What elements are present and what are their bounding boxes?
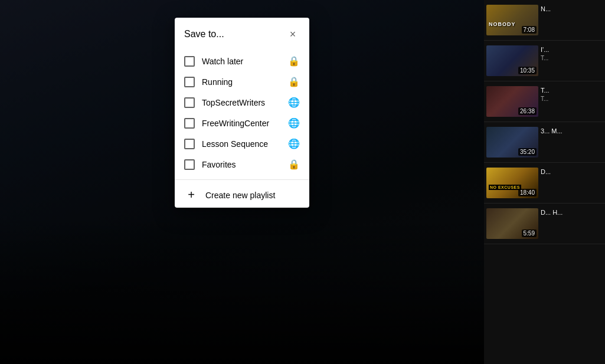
modal-playlist-list: Watch later 🔒 Running 🔒 TopSecretWriters… [175, 48, 309, 177]
checkbox-topsecretwriters[interactable] [184, 97, 195, 108]
duration-nobody: 7:08 [522, 26, 537, 34]
sidebar-channel-tv1: T... [541, 55, 600, 61]
playlist-label-watch-later: Watch later [202, 57, 281, 66]
duration-tv1: 10:35 [518, 67, 537, 74]
sidebar-thumb-tv2: 26:38 [486, 86, 538, 117]
create-new-label: Create new playlist [205, 191, 275, 200]
sidebar-video-tv3[interactable]: 35:20 3... M... [484, 122, 605, 163]
duration-movie: 5:59 [522, 229, 537, 237]
sidebar-video-noexcuses[interactable]: NO EXCUSES 18:40 D... [484, 163, 605, 204]
sidebar-info-noexcuses: D... [538, 168, 603, 176]
playlist-label-lesson-sequence: Lesson Sequence [202, 139, 281, 149]
playlist-item-topsecretwriters[interactable]: TopSecretWriters 🌐 [175, 92, 309, 113]
sidebar-title-tv3: 3... M... [541, 127, 600, 135]
duration-tv2: 26:38 [518, 107, 537, 115]
create-new-playlist-button[interactable]: + Create new playlist [175, 182, 309, 208]
playlist-item-lesson-sequence[interactable]: Lesson Sequence 🌐 [175, 133, 309, 154]
checkbox-lesson-sequence[interactable] [184, 139, 195, 149]
checkbox-favorites[interactable] [184, 159, 195, 170]
plus-icon: + [184, 188, 198, 202]
sidebar-thumb-noexcuses: NO EXCUSES 18:40 [486, 168, 538, 198]
playlist-item-favorites[interactable]: Favorites 🔒 [175, 154, 309, 175]
playlist-label-running: Running [202, 77, 281, 87]
duration-noexcuses: 18:40 [518, 189, 537, 196]
checkbox-watch-later[interactable] [184, 56, 195, 67]
playlist-item-freewritingcenter[interactable]: FreeWritingCenter 🌐 [175, 113, 309, 133]
playlist-label-freewritingcenter: FreeWritingCenter [202, 119, 281, 128]
nobody-text: NOBODY [489, 21, 516, 27]
sidebar-title-tv1: I'... [541, 45, 600, 54]
lock-icon-watch-later: 🔒 [288, 55, 300, 67]
sidebar-info-movie: D... H... [538, 208, 603, 217]
modal-backdrop: Save to... × Watch later 🔒 Running 🔒 Top… [0, 0, 484, 364]
sidebar-thumb-tv3: 35:20 [486, 127, 538, 158]
sidebar-video-tv1[interactable]: 10:35 I'... T... [484, 41, 605, 81]
modal-close-button[interactable]: × [286, 27, 300, 41]
playlist-item-running[interactable]: Running 🔒 [175, 71, 309, 92]
checkbox-running[interactable] [184, 77, 195, 87]
sidebar-info-nobody: N... [538, 5, 603, 13]
noexcuses-text: NO EXCUSES [489, 185, 521, 190]
sidebar-title-movie: D... H... [541, 208, 600, 217]
sidebar-channel-tv2: T... [541, 96, 600, 102]
playlist-label-favorites: Favorites [202, 160, 281, 169]
video-sidebar: NOBODY 7:08 N... 10:35 I'... T... 26:38 … [484, 0, 605, 364]
sidebar-title-tv2: T... [541, 86, 600, 94]
modal-divider [175, 179, 309, 180]
sidebar-title-noexcuses: D... [541, 168, 600, 176]
sidebar-video-movie[interactable]: 5:59 D... H... [484, 204, 605, 244]
sidebar-video-nobody[interactable]: NOBODY 7:08 N... [484, 0, 605, 41]
playlist-label-topsecretwriters: TopSecretWriters [202, 98, 281, 107]
duration-tv3: 35:20 [518, 148, 537, 156]
modal-title: Save to... [184, 29, 224, 40]
globe-icon-topsecretwriters: 🌐 [288, 97, 300, 108]
globe-icon-freewritingcenter: 🌐 [288, 117, 300, 129]
sidebar-video-tv2[interactable]: 26:38 T... T... [484, 81, 605, 122]
lock-icon-favorites: 🔒 [288, 159, 300, 170]
globe-icon-lesson-sequence: 🌐 [288, 138, 300, 149]
playlist-item-watch-later[interactable]: Watch later 🔒 [175, 51, 309, 71]
checkbox-freewritingcenter[interactable] [184, 118, 195, 129]
sidebar-info-tv3: 3... M... [538, 127, 603, 135]
modal-header: Save to... × [175, 18, 309, 48]
sidebar-title-nobody: N... [541, 5, 600, 13]
sidebar-info-tv1: I'... T... [538, 45, 603, 61]
sidebar-thumb-nobody: NOBODY 7:08 [486, 5, 538, 35]
sidebar-thumb-tv1: 10:35 [486, 45, 538, 76]
sidebar-thumb-movie: 5:59 [486, 208, 538, 239]
sidebar-info-tv2: T... T... [538, 86, 603, 102]
lock-icon-running: 🔒 [288, 76, 300, 87]
save-to-modal: Save to... × Watch later 🔒 Running 🔒 Top… [175, 18, 309, 208]
